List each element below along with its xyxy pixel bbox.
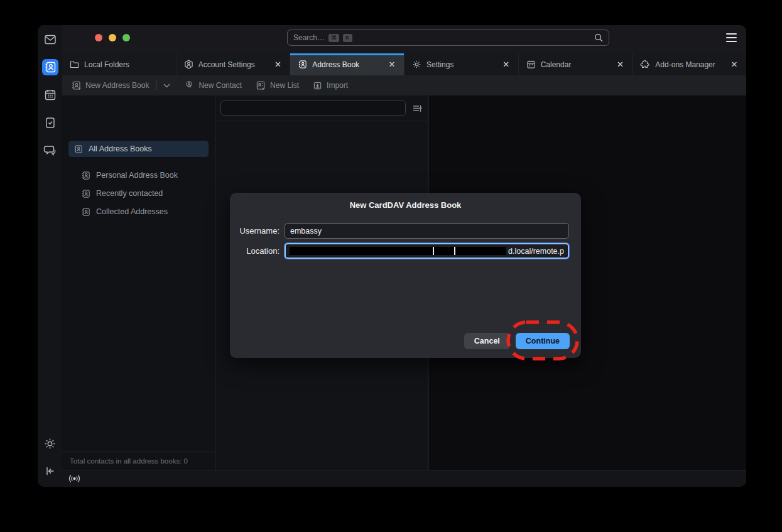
address-book-icon: [81, 207, 90, 217]
address-book-space-button[interactable]: [42, 59, 58, 75]
sidebar-item-all-address-books[interactable]: All Address Books: [68, 141, 209, 157]
tab-addons-manager[interactable]: Add-ons Manager ✕: [633, 53, 746, 75]
app-menu-button[interactable]: [726, 33, 737, 42]
address-books-sidebar: All Address Books Personal Address Book …: [62, 95, 215, 470]
close-tab-icon[interactable]: ✕: [273, 60, 282, 69]
tab-settings[interactable]: Settings ✕: [405, 53, 519, 75]
calendar-space-button[interactable]: [42, 87, 58, 103]
address-book-icon: [44, 61, 57, 73]
tab-bar: Local Folders Account Settings ✕ Address…: [62, 53, 746, 75]
puzzle-icon: [640, 60, 650, 70]
tab-calendar[interactable]: Calendar ✕: [519, 53, 633, 75]
status-bar: [62, 470, 746, 487]
new-address-book-button[interactable]: New Address Book: [71, 80, 170, 90]
dialog-title: New CardDAV Address Book: [230, 193, 581, 210]
collapse-sidebar-icon: [44, 465, 57, 477]
chat-space-button[interactable]: [42, 142, 58, 158]
close-tab-icon[interactable]: ✕: [388, 60, 396, 69]
address-book-toolbar: New Address Book New Contact New List Im…: [62, 75, 746, 95]
search-icon: [594, 33, 603, 42]
window-controls: [95, 34, 130, 41]
sidebar-item-collected-addresses[interactable]: Collected Addresses: [76, 204, 209, 220]
sidebar-item-personal-address-book[interactable]: Personal Address Book: [76, 167, 209, 183]
location-visible-text: d.local/remote.p: [508, 247, 564, 256]
menu-icon: [726, 33, 737, 35]
broadcast-icon: [68, 474, 80, 483]
address-book-icon: [298, 60, 307, 69]
settings-space-button[interactable]: [42, 435, 58, 452]
close-tab-icon[interactable]: ✕: [730, 60, 739, 69]
mail-icon: [43, 33, 57, 46]
location-row: Location: d.local/remote.p: [230, 243, 581, 259]
total-contacts-status: Total contacts in all address books: 0: [62, 452, 215, 470]
shortcut-cmd-badge: ⌘: [329, 34, 339, 42]
new-contact-icon: [184, 80, 194, 90]
tasks-icon: [44, 116, 57, 129]
maximize-window-button[interactable]: [122, 34, 130, 41]
app-window: Search… ⌘ K Local Folders Account Settin…: [38, 25, 746, 487]
address-book-icon: [81, 189, 90, 198]
titlebar: Search… ⌘ K: [62, 25, 746, 53]
redaction-bar: [290, 247, 506, 255]
close-window-button[interactable]: [95, 34, 102, 41]
account-icon: [184, 60, 193, 69]
contacts-search-input[interactable]: [220, 100, 406, 116]
import-icon: [313, 81, 322, 90]
new-address-book-icon: [71, 80, 81, 90]
address-book-icon: [73, 144, 83, 154]
tab-account-settings[interactable]: Account Settings ✕: [176, 53, 291, 75]
mail-space-button[interactable]: [42, 31, 58, 48]
settings-gear-icon: [43, 437, 57, 450]
folder-icon: [70, 60, 79, 69]
chevron-down-icon[interactable]: [163, 84, 170, 88]
new-carddav-dialog: New CardDAV Address Book Username: Locat…: [230, 193, 581, 358]
collapse-spaces-button[interactable]: [42, 463, 58, 479]
location-label: Location:: [230, 246, 280, 256]
new-contact-button[interactable]: New Contact: [184, 80, 242, 90]
username-field[interactable]: [285, 223, 569, 239]
calendar-icon: [44, 89, 57, 101]
cancel-button[interactable]: Cancel: [464, 333, 510, 349]
display-options-icon[interactable]: [412, 104, 423, 113]
tasks-space-button[interactable]: [42, 114, 58, 131]
contacts-list-header: [215, 95, 428, 121]
tab-local-folders[interactable]: Local Folders: [62, 53, 176, 75]
dialog-buttons: Cancel Continue: [464, 333, 570, 349]
continue-button[interactable]: Continue: [516, 333, 570, 349]
import-button[interactable]: Import: [313, 81, 348, 90]
shortcut-k-badge: K: [343, 34, 352, 42]
divider: [156, 80, 156, 90]
sidebar-item-recently-contacted[interactable]: Recently contacted: [76, 185, 209, 202]
username-label: Username:: [230, 226, 280, 236]
close-tab-icon[interactable]: ✕: [616, 60, 624, 69]
new-list-button[interactable]: New List: [256, 80, 299, 90]
new-list-icon: [256, 80, 266, 90]
username-row: Username:: [230, 223, 581, 239]
spacer: [62, 159, 215, 165]
location-field[interactable]: d.local/remote.p: [285, 243, 569, 259]
search-placeholder: Search…: [293, 33, 325, 42]
minimize-window-button[interactable]: [109, 34, 116, 41]
calendar-icon: [526, 60, 536, 69]
close-tab-icon[interactable]: ✕: [502, 60, 511, 69]
address-book-icon: [81, 171, 90, 180]
global-search-field[interactable]: Search… ⌘ K: [287, 30, 609, 46]
chat-icon: [43, 144, 57, 157]
gear-icon: [412, 60, 421, 69]
spaces-toolbar: [38, 25, 62, 487]
tab-address-book[interactable]: Address Book ✕: [290, 53, 405, 75]
